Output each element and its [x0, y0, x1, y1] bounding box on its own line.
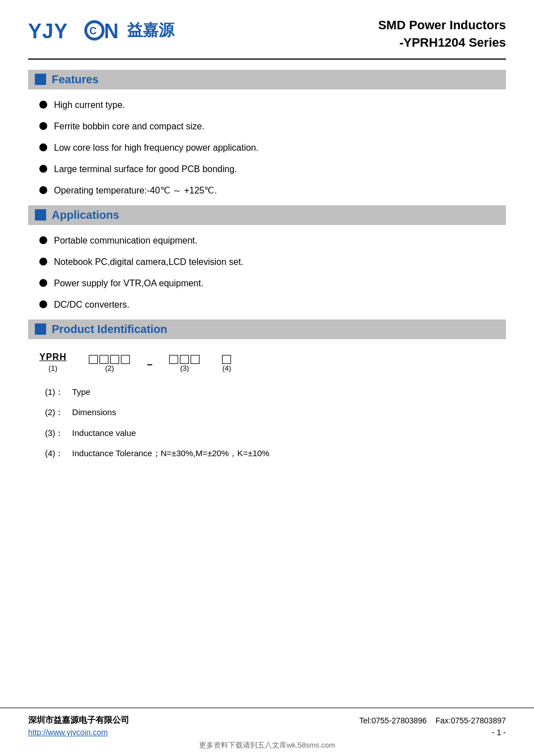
title-line1: SMD Power Inductors — [378, 18, 506, 32]
features-blue-square-icon — [35, 74, 46, 85]
detail-item-4: (4)： Inductance Tolerance；N=±30%,M=±20%，… — [45, 447, 506, 460]
part-4-boxes — [222, 355, 231, 364]
document-title: SMD Power Inductors -YPRH1204 Series — [378, 17, 506, 52]
bullet-icon — [39, 122, 47, 130]
part-4-num: (4) — [223, 364, 232, 372]
list-item: Notebook PC,digital camera,LCD televisio… — [39, 255, 506, 269]
bullet-icon — [39, 236, 47, 244]
list-item: Ferrite bobbin core and compact size. — [39, 120, 506, 133]
detail-item-1: (1)： Type — [45, 386, 506, 399]
features-title: Features — [52, 73, 98, 86]
detail-num: (3) — [45, 428, 55, 438]
list-item: Portable communication equipment. — [39, 234, 506, 248]
title-area: SMD Power Inductors -YPRH1204 Series — [378, 17, 506, 52]
part-2-num: (2) — [105, 364, 114, 372]
box-icon — [89, 355, 98, 364]
applications-title: Applications — [52, 209, 119, 222]
detail-desc: Dimensions — [72, 407, 116, 417]
product-id-title: Product Identification — [52, 323, 168, 336]
product-id-diagram: YPRH (1) (2) － — [39, 350, 506, 372]
detail-desc: Inductance Tolerance；N=±30%,M=±20%，K=±10… — [72, 448, 269, 458]
detail-num: (4) — [45, 448, 55, 458]
logo-chinese: 益嘉源 — [127, 20, 174, 41]
dash-separator: － — [144, 358, 155, 372]
list-item: DC/DC converters. — [39, 298, 506, 312]
footer: 深圳市益嘉源电子有限公司 Tel:0755-27803896 Fax:0755-… — [0, 708, 534, 756]
part-3-boxes — [169, 355, 200, 364]
applications-blue-square-icon — [35, 209, 46, 220]
list-item: Large terminal surface for good PCB bond… — [39, 163, 506, 176]
footer-tel: Tel:0755-27803896 — [359, 716, 427, 725]
header: YJY C N 益嘉源 SMD Power Inductors -YPRH120… — [28, 17, 506, 60]
list-item: Operating temperature:-40℃ ～ +125℃. — [39, 184, 506, 197]
detail-desc: Type — [72, 387, 90, 397]
part-1-group: YPRH (1) — [39, 350, 66, 372]
svg-text:C: C — [89, 25, 97, 37]
box-icon — [180, 355, 189, 364]
bullet-icon — [39, 143, 47, 151]
bullet-icon — [39, 101, 47, 109]
footer-bottom: http://www.yjycoin.com - 1 - — [28, 728, 506, 737]
product-id-section-header: Product Identification — [28, 320, 506, 339]
bullet-icon — [39, 279, 47, 287]
part-3-num: (3) — [180, 364, 189, 372]
features-section-header: Features — [28, 70, 506, 89]
detail-item-2: (2)： Dimensions — [45, 406, 506, 419]
box-icon — [99, 355, 108, 364]
footer-company: 深圳市益嘉源电子有限公司 — [28, 715, 129, 726]
svg-text:YJY: YJY — [28, 20, 68, 43]
product-id-blue-square-icon — [35, 323, 46, 335]
detail-desc: Inductance value — [72, 428, 135, 438]
part-1-label: YPRH — [39, 350, 66, 364]
footer-page: - 1 - — [492, 728, 506, 737]
box-icon — [222, 355, 231, 364]
bullet-icon — [39, 258, 47, 266]
box-icon — [121, 355, 130, 364]
box-icon — [191, 355, 200, 364]
detail-num: (2) — [45, 407, 55, 417]
bullet-icon — [39, 186, 47, 194]
bullet-icon — [39, 300, 47, 308]
footer-top: 深圳市益嘉源电子有限公司 Tel:0755-27803896 Fax:0755-… — [28, 715, 506, 726]
page: YJY C N 益嘉源 SMD Power Inductors -YPRH120… — [0, 0, 534, 756]
list-item: High current type. — [39, 98, 506, 112]
title-line2: -YPRH1204 Series — [399, 35, 506, 50]
footer-fax: Fax:0755-27803897 — [436, 716, 506, 725]
list-item: Power supply for VTR,OA equipment. — [39, 277, 506, 290]
applications-list: Portable communication equipment. Notebo… — [28, 234, 506, 312]
part-1-num: (1) — [48, 364, 57, 372]
applications-section-header: Applications — [28, 205, 506, 225]
detail-num: (1) — [45, 387, 55, 397]
part-3-group: (3) — [169, 355, 200, 372]
footer-website[interactable]: http://www.yjycoin.com — [28, 728, 108, 737]
box-icon — [110, 355, 119, 364]
logo-svg: YJY C N — [28, 17, 118, 44]
bullet-icon — [39, 165, 47, 173]
part-2-group: (2) — [89, 355, 130, 372]
box-icon — [169, 355, 178, 364]
product-id-row: YPRH (1) (2) － — [39, 350, 506, 372]
footer-watermark: 更多资料下载请到五八文库wk.58sms.com — [28, 740, 506, 750]
detail-item-3: (3)： Inductance value — [45, 427, 506, 440]
list-item: Low core loss for high frequency power a… — [39, 141, 506, 155]
svg-text:N: N — [104, 20, 118, 43]
footer-contact: Tel:0755-27803896 Fax:0755-27803897 — [359, 716, 506, 725]
logo-area: YJY C N 益嘉源 — [28, 17, 174, 44]
part-2-boxes — [89, 355, 130, 364]
part-4-group: (4) — [222, 355, 231, 372]
product-id-details: (1)： Type (2)： Dimensions (3)： Inductanc… — [28, 386, 506, 460]
features-list: High current type. Ferrite bobbin core a… — [28, 98, 506, 197]
